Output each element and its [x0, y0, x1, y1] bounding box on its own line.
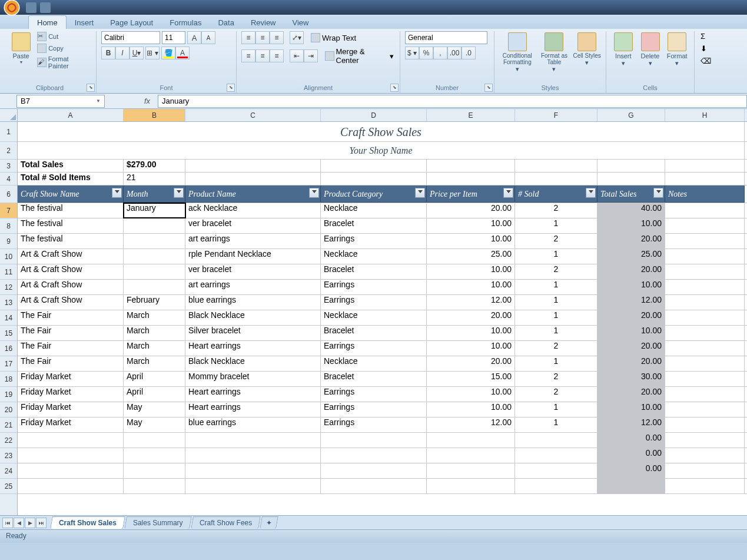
cell-month[interactable]: March [124, 326, 185, 340]
cell[interactable] [427, 463, 515, 478]
row-header-7[interactable]: 7 [0, 203, 17, 218]
column-header-F[interactable]: F [515, 109, 597, 121]
cell-sold[interactable]: 2 [515, 234, 597, 248]
cell[interactable] [185, 173, 321, 185]
cell-total[interactable]: 10.00 [597, 218, 665, 233]
cell-category[interactable]: Bracelet [321, 372, 427, 386]
cell-sold[interactable]: 1 [515, 326, 597, 340]
sheet-nav-next[interactable]: ▶ [25, 518, 35, 528]
align-left-button[interactable]: ≡ [241, 49, 255, 62]
orientation-button[interactable]: ⤢▾ [290, 31, 304, 44]
column-header-E[interactable]: E [427, 109, 515, 121]
cell-month[interactable]: March [124, 356, 185, 371]
cell-sold[interactable]: 1 [515, 356, 597, 371]
ribbon-tab-home[interactable]: Home [28, 15, 67, 29]
cell-price[interactable]: 10.00 [427, 387, 515, 402]
format-as-table-button[interactable]: Format as Table▾ [538, 31, 571, 73]
font-dialog-launcher[interactable]: ⬊ [227, 84, 235, 92]
cell-sold[interactable]: 2 [515, 203, 597, 218]
cell-notes[interactable] [665, 341, 745, 356]
table-header-notes[interactable]: Notes [665, 185, 745, 203]
cell-product[interactable]: ver bracelet [185, 218, 321, 233]
row-header-17[interactable]: 17 [0, 356, 17, 372]
row-header-2[interactable]: 2 [0, 142, 17, 160]
cell[interactable] [321, 448, 427, 463]
cell[interactable] [18, 433, 124, 448]
cell-notes[interactable] [665, 295, 745, 310]
qat-undo-icon[interactable] [40, 2, 51, 13]
cell-sold[interactable]: 1 [515, 417, 597, 432]
row-header-4[interactable]: 4 [0, 173, 17, 185]
cell-notes[interactable] [665, 234, 745, 248]
cell[interactable] [597, 173, 665, 185]
cell[interactable] [321, 173, 427, 185]
cell-product[interactable]: rple Pendant Necklace [185, 249, 321, 264]
cut-button[interactable]: ✂Cut [36, 31, 91, 42]
cell-category[interactable]: Earrings [321, 402, 427, 417]
row-header-13[interactable]: 13 [0, 295, 17, 310]
cell-price[interactable]: 10.00 [427, 280, 515, 294]
number-dialog-launcher[interactable]: ⬊ [484, 84, 493, 92]
cell-total[interactable]: 20.00 [597, 264, 665, 279]
cell-notes[interactable] [665, 280, 745, 294]
decrease-indent-button[interactable]: ⇤ [290, 49, 304, 62]
cell-show[interactable]: The festival [18, 218, 124, 233]
cell[interactable] [427, 448, 515, 463]
cell-month[interactable]: February [124, 295, 185, 310]
cell[interactable] [427, 173, 515, 185]
ribbon-tab-formulas[interactable]: Formulas [161, 16, 210, 29]
cell-category[interactable]: Necklace [321, 249, 427, 264]
table-header-month[interactable]: Month [124, 185, 185, 203]
cell[interactable] [427, 160, 515, 172]
column-header-D[interactable]: D [321, 109, 427, 121]
fill-button[interactable]: ⬇ [699, 44, 708, 54]
cell-price[interactable]: 25.00 [427, 249, 515, 264]
cell-show[interactable]: Art & Craft Show [18, 249, 124, 264]
table-header-product-category[interactable]: Product Category [321, 185, 427, 203]
row-header-9[interactable]: 9 [0, 234, 17, 249]
cell-product[interactable]: Heart earrings [185, 387, 321, 402]
row-header-1[interactable]: 1 [0, 122, 17, 142]
cell-category[interactable]: Bracelet [321, 326, 427, 340]
filter-button[interactable] [503, 188, 513, 198]
currency-button[interactable]: $ ▾ [405, 47, 419, 59]
cell-sold[interactable]: 2 [515, 264, 597, 279]
cell-notes[interactable] [665, 326, 745, 340]
cell[interactable] [185, 448, 321, 463]
cell-show[interactable]: Friday Market [18, 417, 124, 432]
autosum-button[interactable]: Σ [699, 31, 706, 41]
cell-notes[interactable] [665, 218, 745, 233]
sheet-nav-first[interactable]: ⏮ [2, 518, 13, 528]
cell-notes[interactable] [665, 356, 745, 371]
column-header-H[interactable]: H [665, 109, 745, 121]
row-header-12[interactable]: 12 [0, 280, 17, 295]
filter-button[interactable] [586, 188, 596, 198]
underline-button[interactable]: U ▾ [130, 47, 144, 59]
cell-category[interactable]: Bracelet [321, 264, 427, 279]
cell[interactable] [515, 160, 597, 172]
sheet-title[interactable]: Craft Show Sales [18, 122, 745, 141]
total-sales-value[interactable]: $279.00 [124, 160, 185, 172]
increase-indent-button[interactable]: ⇥ [304, 49, 318, 62]
cell-total[interactable]: 20.00 [597, 356, 665, 371]
cell-product[interactable]: art earrings [185, 234, 321, 248]
cell-price[interactable]: 12.00 [427, 417, 515, 432]
cell[interactable] [321, 479, 427, 493]
cell[interactable] [665, 448, 745, 463]
table-header-product-name[interactable]: Product Name [185, 185, 321, 203]
ribbon-tab-insert[interactable]: Insert [67, 16, 102, 29]
cell-month[interactable] [124, 234, 185, 248]
font-size-input[interactable] [162, 31, 185, 44]
font-name-input[interactable] [101, 31, 160, 44]
align-center-button[interactable]: ≡ [255, 49, 270, 62]
cell-show[interactable]: The festival [18, 203, 124, 218]
cell-product[interactable]: Silver bracelet [185, 326, 321, 340]
column-header-C[interactable]: C [185, 109, 321, 121]
row-header-16[interactable]: 16 [0, 341, 17, 356]
cell-category[interactable]: Earrings [321, 387, 427, 402]
cell-total[interactable]: 20.00 [597, 387, 665, 402]
merge-center-button[interactable]: Merge & Center ▾ [324, 47, 395, 65]
sheet-tab-sales-summary[interactable]: Sales Summary [124, 516, 191, 529]
ribbon-tab-data[interactable]: Data [210, 16, 242, 29]
increase-font-button[interactable]: A [187, 31, 201, 44]
